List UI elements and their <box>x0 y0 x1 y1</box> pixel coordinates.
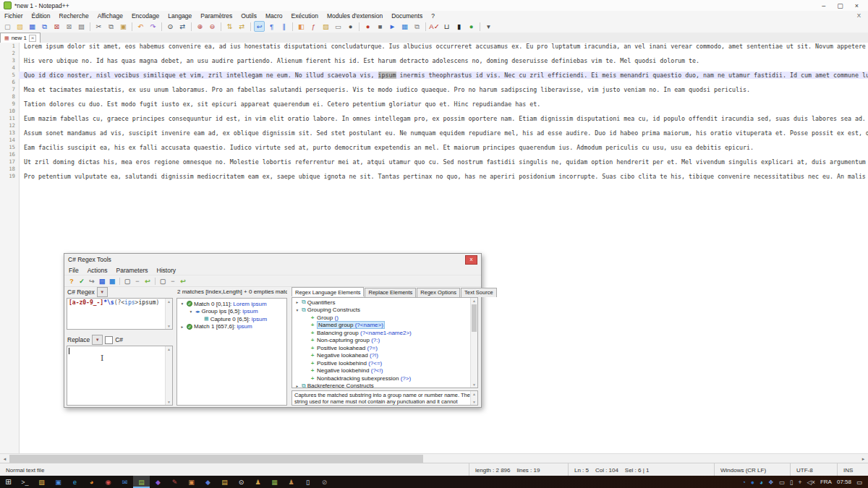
menu-item-recherche[interactable]: Recherche <box>55 11 93 20</box>
close-all-icon[interactable]: ⊠ <box>64 21 75 32</box>
regex-input-scrollbar[interactable]: ▲▼ <box>165 299 172 329</box>
dialog-minus-2-icon[interactable]: − <box>168 276 178 286</box>
menu-item--dition[interactable]: Édition <box>27 11 55 20</box>
taskbar-white-doc-icon[interactable]: ▯ <box>299 476 316 488</box>
tray-language-indicator[interactable]: FRA <box>820 479 832 485</box>
tray-app-2-icon[interactable]: ● <box>751 479 754 486</box>
replace-icon[interactable]: ⇄ <box>177 21 188 32</box>
tree-expand-arrow-icon[interactable]: ▾ <box>294 308 300 312</box>
match-tree-item[interactable]: ▸✓Match 1 [657,6]: ipsum <box>177 323 286 331</box>
regex-element-item[interactable]: +Nonbacktracking subexpression (?>) <box>292 374 477 382</box>
dialog-close-icon[interactable]: x <box>465 255 477 265</box>
taskbar-visual-studio-icon[interactable]: ◆ <box>150 476 166 488</box>
find-icon[interactable]: ⊙ <box>165 21 176 32</box>
dialog-run-match-icon[interactable]: ✓ <box>77 276 87 286</box>
play-macro-icon[interactable]: ► <box>387 21 398 32</box>
regex-element-item[interactable]: +Non-capturing group (?:) <box>292 337 477 345</box>
tree-expand-arrow-icon[interactable]: ▸ <box>179 325 185 329</box>
tree-expand-arrow-icon[interactable]: ▸ <box>294 300 300 304</box>
paste-icon[interactable]: ▣ <box>118 21 129 32</box>
taskbar-notepad-plus-plus-icon[interactable]: ▤ <box>133 476 150 488</box>
status-insert-mode[interactable]: INS <box>837 463 868 476</box>
close-icon[interactable]: × <box>855 2 859 9</box>
regex-element-item[interactable]: ▾⧉Grouping Constructs <box>292 307 477 314</box>
word-wrap-icon[interactable]: ↩ <box>254 21 265 32</box>
save-macro-icon[interactable]: ⧉ <box>412 21 422 32</box>
spell-check-icon[interactable]: A✓ <box>429 21 440 32</box>
taskbar-cmd-icon[interactable]: >_ <box>17 476 33 488</box>
globe-update-icon[interactable]: ● <box>466 21 477 32</box>
menu-item-fichier[interactable]: Fichier <box>0 11 27 20</box>
monitor-icon[interactable]: ▭ <box>333 21 344 32</box>
match-tree-item[interactable]: ▾✓Match 0 [0,11]: Lorem ipsum <box>177 300 286 308</box>
menu-item-encodage[interactable]: Encodage <box>127 11 163 20</box>
dialog-help-icon[interactable]: ? <box>67 276 77 286</box>
dialog-minus-icon[interactable]: − <box>132 276 142 286</box>
save-all-icon[interactable]: ⧉ <box>39 21 50 32</box>
replace-history-dropdown[interactable]: ▼ <box>92 335 103 345</box>
status-eol-format[interactable]: Windows (CR LF) <box>714 463 790 476</box>
regex-input[interactable]: [a-z0-9_-]*\s(?<ips>ipsum) ▲▼ <box>67 298 173 330</box>
function-list-icon[interactable]: ƒ <box>308 21 319 32</box>
description-scrollbar[interactable]: ▲▼ <box>470 391 477 405</box>
regex-element-item[interactable]: +Balancing group (?<name1-name2>) <box>292 329 477 337</box>
dialog-highlight-page-icon[interactable]: ▦ <box>107 276 117 286</box>
dialog-select-arrow-icon[interactable]: ↪ <box>87 276 97 286</box>
menu-item-documents[interactable]: Documents <box>387 11 427 20</box>
tree-expand-arrow-icon[interactable]: ▾ <box>179 301 185 306</box>
zoom-in-icon[interactable]: ⊕ <box>195 21 205 32</box>
stop-record-icon[interactable]: ■ <box>375 21 386 32</box>
copy-icon[interactable]: ⧉ <box>106 21 116 32</box>
tab-char-icon[interactable]: ⊔ <box>441 21 452 32</box>
menu-item-affichage[interactable]: Affichage <box>93 11 127 20</box>
horizontal-scrollbar[interactable]: ◂ ▸ <box>0 453 868 463</box>
zoom-out-icon[interactable]: ⊖ <box>207 21 218 32</box>
dialog-page-copy-2-icon[interactable]: ▢ <box>158 276 168 286</box>
dialog-tab-regex-options[interactable]: Regex Options <box>417 288 460 297</box>
open-folder-icon[interactable]: ▨ <box>14 21 25 32</box>
tray-monitor-icon[interactable]: ▭ <box>779 479 785 486</box>
tray-power-icon[interactable]: ▯ <box>790 479 793 486</box>
regex-elements-tree[interactable]: ▲ ▼ ▸⧉Quantifiers▾⧉Grouping Constructs+G… <box>292 297 478 388</box>
notification-center-icon[interactable]: ▭ <box>856 479 862 486</box>
taskbar-sticky-notes-icon[interactable]: ▤ <box>216 476 233 488</box>
tree-expand-arrow-icon[interactable]: ▸ <box>294 384 300 388</box>
taskbar-internet-explorer-icon[interactable]: e <box>67 476 83 488</box>
dialog-insert-green-icon[interactable]: ↩ <box>142 276 153 286</box>
regex-element-item[interactable]: +Positive lookbehind (?<=) <box>292 359 477 367</box>
dialog-export-page-icon[interactable]: ▤ <box>97 276 107 286</box>
taskbar-green-doc-icon[interactable]: ▦ <box>266 476 283 488</box>
dialog-tab-text-source[interactable]: Text Source <box>461 288 497 297</box>
dialog-tab-regex-language-elements[interactable]: Regex Language Elements <box>292 287 364 296</box>
regex-element-item[interactable]: +Named group (?<name>) <box>292 322 477 330</box>
tray-mute-icon[interactable]: ◁× <box>807 479 815 486</box>
cut-icon[interactable]: ✂ <box>93 21 104 32</box>
save-icon[interactable]: ▦ <box>27 21 38 32</box>
dark-circle-icon[interactable]: ● <box>345 21 356 32</box>
tab-close-icon[interactable]: × <box>29 35 36 42</box>
sync-horizontal-icon[interactable]: ⇄ <box>237 21 247 32</box>
menu-item-outils[interactable]: Outils <box>237 11 261 20</box>
dialog-menu-actions[interactable]: Actions <box>83 265 112 275</box>
taskbar-chrome-icon[interactable]: ◉ <box>100 476 116 488</box>
elements-scrollbar-thumb[interactable] <box>472 304 477 332</box>
tray-clock[interactable]: 07:58 <box>837 479 851 485</box>
csharp-checkbox[interactable] <box>105 336 113 344</box>
sync-vertical-icon[interactable]: ⇅ <box>224 21 235 32</box>
restore-icon[interactable]: ▢ <box>837 2 843 9</box>
minimize-icon[interactable]: – <box>822 2 825 9</box>
taskbar-firefox-icon[interactable]: ◕ <box>83 476 100 488</box>
folder-workspace-icon[interactable]: ▨ <box>320 21 331 32</box>
tree-expand-arrow-icon[interactable]: ▾ <box>188 309 194 314</box>
menu-item-param-tres[interactable]: Paramètres <box>196 11 237 20</box>
regex-element-item[interactable]: +Positive lookahead (?=) <box>292 344 477 352</box>
status-encoding[interactable]: UTF-8 <box>790 463 837 476</box>
taskbar-search-icon[interactable]: ⊙ <box>233 476 250 488</box>
close-doc-icon[interactable]: ⊠ <box>51 21 62 32</box>
matches-tree[interactable]: ▾✓Match 0 [0,11]: Lorem ipsum▾◂▸Group ip… <box>176 298 287 406</box>
menu-item-modules-d-extension[interactable]: Modules d'extension <box>323 11 387 20</box>
print-icon[interactable]: ▤ <box>76 21 87 32</box>
tray-app-4-icon[interactable]: ❖ <box>768 479 774 486</box>
menu-item-macro[interactable]: Macro <box>261 11 287 20</box>
regex-element-item[interactable]: +Negative lookahead (?!) <box>292 352 477 360</box>
